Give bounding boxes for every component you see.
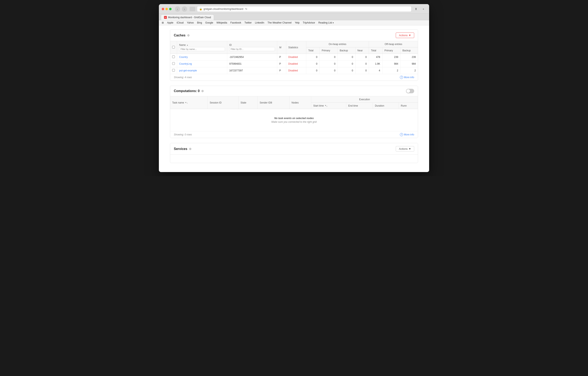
offheap-total-cell: 478 [369, 54, 383, 61]
lock-icon: 🔒 [199, 8, 202, 10]
row-checkbox-cell [170, 67, 177, 74]
services-actions-label: Actions [399, 147, 408, 150]
bookmark-facebook[interactable]: Facebook [230, 21, 241, 24]
maximize-button[interactable] [169, 8, 171, 10]
select-all-checkbox[interactable] [172, 46, 175, 49]
onheap-backup-cell: 0 [338, 54, 355, 61]
offheap-total-cell: 4 [369, 67, 383, 74]
computations-showing-row: Showing: 0 rows ? More info [170, 131, 418, 138]
nodes-header: Nodes [289, 96, 311, 109]
new-tab-button[interactable]: + [420, 6, 426, 12]
caches-header-row-1: Name ▲ ID [170, 41, 418, 47]
computations-more-info-text: More info [404, 133, 414, 136]
table-row: put-get-example 1672377397 P Disabled 0 … [170, 67, 418, 74]
services-header: Services ⚙ Actions ▼ [170, 143, 418, 155]
computations-tbody: No task events on selected nodes Make su… [170, 109, 418, 131]
computations-gear-icon[interactable]: ⚙ [201, 89, 204, 93]
minimize-button[interactable] [165, 8, 168, 10]
onheap-near-cell: 0 [355, 61, 369, 67]
cache-m-cell: P [277, 61, 286, 67]
cache-name-link[interactable]: Country [179, 56, 188, 59]
caches-gear-icon[interactable]: ⚙ [187, 34, 190, 37]
cache-id-cell: -1672482954 [227, 54, 277, 61]
row-checkbox-cell [170, 54, 177, 61]
bookmark-weather[interactable]: The Weather Channel [267, 21, 291, 24]
caches-table: Name ▲ ID [170, 41, 418, 74]
onheap-total-cell: 0 [306, 54, 320, 61]
sender-id8-header: Sender ID8 [257, 96, 289, 109]
state-header: State [238, 96, 257, 109]
tab-title: Monitoring dashboard - GridGain Cloud [168, 16, 211, 19]
browser-content: Caches ⚙ Actions ▼ [159, 25, 429, 172]
onheap-primary-cell: 0 [320, 67, 338, 74]
services-actions-arrow: ▼ [408, 147, 411, 150]
offheap-primary-header: Primary [382, 47, 400, 54]
sidebar-button[interactable] [190, 7, 195, 11]
cache-name-link[interactable]: CountryLng [179, 63, 192, 65]
cache-id-cell: 1672377397 [227, 67, 277, 74]
task-name-header: Task name ▲1 [170, 96, 208, 109]
bookmark-google[interactable]: Google [205, 21, 213, 24]
row-checkbox-cell [170, 61, 177, 67]
bookmark-item[interactable]: ⊞ [162, 21, 164, 24]
onheap-backup-cell: 0 [338, 67, 355, 74]
bookmark-apple[interactable]: Apple [167, 21, 173, 24]
forward-button[interactable]: › [182, 6, 187, 12]
computations-empty-cell: No task events on selected nodes Make su… [170, 109, 418, 131]
computations-more-info-icon: ? [400, 133, 403, 136]
onheap-near-cell: 0 [355, 54, 369, 61]
offheap-primary-cell: 239 [382, 54, 400, 61]
statistics-value: Disabled [288, 63, 298, 65]
computations-empty-row: No task events on selected nodes Make su… [170, 109, 418, 131]
row-checkbox[interactable] [172, 69, 175, 72]
bookmark-bing[interactable]: Bing [197, 21, 202, 24]
offheap-primary-cell: 2 [382, 67, 400, 74]
traffic-lights [162, 8, 171, 10]
cache-m-cell: P [277, 54, 286, 61]
share-button[interactable]: ⬆ [413, 6, 419, 12]
row-checkbox[interactable] [172, 62, 175, 65]
bookmark-yelp[interactable]: Yelp [295, 21, 299, 24]
active-tab[interactable]: M Monitoring dashboard - GridGain Cloud [161, 14, 214, 20]
bookmark-yahoo[interactable]: Yahoo [187, 21, 194, 24]
services-actions-button[interactable]: Actions ▼ [396, 146, 414, 152]
computations-title-area: Computations: 0 ⚙ [174, 89, 204, 93]
cache-name-link[interactable]: put-get-example [179, 69, 197, 72]
caches-actions-button[interactable]: Actions ▼ [396, 32, 414, 38]
row-checkbox[interactable] [172, 55, 175, 58]
caches-more-info-link[interactable]: ? More info [400, 76, 414, 79]
computations-table: Task name ▲1 Session ID State Sender ID8… [170, 96, 418, 131]
computations-more-info-link[interactable]: ? More info [400, 133, 414, 136]
onheap-total-header: Total [306, 47, 320, 54]
computations-toggle[interactable] [406, 89, 414, 93]
close-button[interactable] [162, 8, 164, 10]
onheap-backup-header: Backup [338, 47, 355, 54]
running-header: Runn [399, 103, 418, 109]
cache-m-cell: P [277, 67, 286, 74]
bookmark-reading-list[interactable]: Reading List [318, 21, 334, 24]
bookmark-linkedin[interactable]: LinkedIn [255, 21, 264, 24]
cache-id-cell: 975994831 [227, 61, 277, 67]
id-column-header: ID [227, 41, 277, 54]
caches-section: Caches ⚙ Actions ▼ [170, 30, 418, 81]
address-bar[interactable]: 🔒 gridgain.cloud/monitoring/dashboard ↻ [197, 6, 412, 12]
bookmark-wikipedia[interactable]: Wikipedia [216, 21, 227, 24]
name-column-header: Name ▲ [177, 41, 227, 54]
task-sort-icon: ▲1 [185, 101, 188, 104]
offheap-backup-cell: 2 [400, 67, 418, 74]
name-sort-icon[interactable]: ▲ [187, 44, 188, 46]
reload-button[interactable]: ↻ [245, 7, 248, 11]
bookmark-twitter[interactable]: Twitter [245, 21, 252, 24]
offheap-group-header: Off-heap entries [369, 41, 418, 47]
offheap-primary-cell: 984 [382, 61, 400, 67]
bookmark-tripadvisor[interactable]: TripAdvisor [303, 21, 315, 24]
offheap-backup-header: Backup [400, 47, 418, 54]
services-title: Services [174, 147, 187, 151]
session-id-header: Session ID [208, 96, 238, 109]
caches-tbody: Country -1672482954 P Disabled 0 0 0 0 4… [170, 54, 418, 74]
name-filter-input[interactable] [179, 47, 225, 51]
services-gear-icon[interactable]: ⚙ [189, 147, 192, 151]
back-button[interactable]: ‹ [175, 6, 180, 12]
id-filter-input[interactable] [229, 47, 275, 51]
bookmark-icloud[interactable]: iCloud [177, 21, 184, 24]
